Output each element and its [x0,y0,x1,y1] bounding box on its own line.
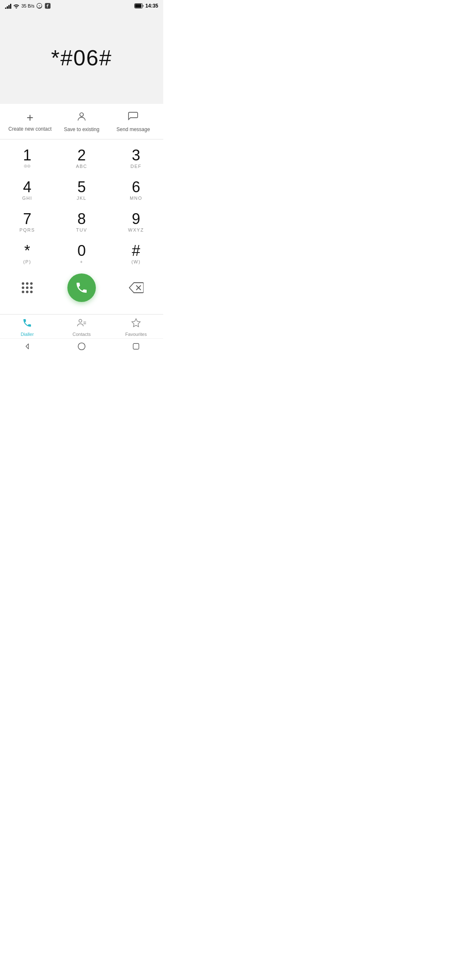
key-7[interactable]: 7 PQRS [0,206,54,238]
save-to-existing-button[interactable]: Save to existing [56,111,107,132]
message-bubble-icon [128,111,139,124]
keypad: 1 ◎◎ 2 ABC 3 DEF 4 GHI 5 JKL 6 MNO 7 PQR… [0,139,163,304]
key-6-sub: MNO [130,196,142,201]
key-1[interactable]: 1 ◎◎ [0,143,54,175]
key-2-main: 2 [77,148,86,163]
dialler-nav-icon [22,318,32,330]
key-3[interactable]: 3 DEF [109,143,163,175]
recents-square-icon [132,343,140,350]
key-0-main: 0 [77,243,86,258]
nav-bar: Dialler Contacts Favourites [0,314,163,338]
key-8[interactable]: 8 TUV [54,206,109,238]
key-2[interactable]: 2 ABC [54,143,109,175]
key-4[interactable]: 4 GHI [0,175,54,206]
call-button[interactable] [67,273,96,302]
key-5[interactable]: 5 JKL [54,175,109,206]
home-circle-icon [77,342,86,351]
nav-item-favourites[interactable]: Favourites [109,318,163,337]
call-button-wrap [54,273,109,302]
bottom-row [0,270,163,304]
favourites-nav-label: Favourites [125,332,146,337]
key-8-sub: TUV [76,227,87,233]
svg-point-4 [80,113,84,116]
nav-home-button[interactable] [69,340,94,352]
backspace-icon [128,282,144,294]
key-7-main: 7 [23,211,31,227]
key-hash-main: # [132,243,140,258]
key-hash[interactable]: # (W) [109,238,163,270]
signal-icon [5,3,11,9]
key-8-main: 8 [77,211,86,227]
wifi-icon [13,3,20,8]
svg-marker-9 [26,344,28,349]
key-6[interactable]: 6 MNO [109,175,163,206]
svg-rect-3 [135,4,142,8]
messenger-icon [36,3,43,9]
svg-rect-11 [134,343,139,349]
delete-button[interactable] [109,278,163,298]
dialpad-toggle-button[interactable] [0,278,54,297]
nav-back-button[interactable] [15,341,39,352]
send-message-label: Send message [116,126,150,132]
create-new-contact-label: Create new contact [8,126,51,132]
contacts-nav-label: Contacts [72,332,90,337]
keypad-grid: 1 ◎◎ 2 ABC 3 DEF 4 GHI 5 JKL 6 MNO 7 PQR… [0,143,163,270]
key-hash-sub: (W) [131,259,141,265]
key-3-sub: DEF [131,164,142,170]
key-0-sub: + [80,259,83,265]
status-right: 14:35 [134,3,158,9]
key-3-main: 3 [132,148,140,163]
dialed-number: *#06# [51,45,112,70]
nav-recents-button[interactable] [124,341,148,352]
status-bar: 35 B/s 14:35 [0,0,163,12]
key-2-sub: ABC [76,164,87,170]
phone-call-icon [75,281,88,294]
key-1-main: 1 [23,148,31,163]
back-triangle-icon [23,343,31,350]
key-5-sub: JKL [77,196,86,201]
key-star-sub: (P) [23,259,31,265]
dial-display: *#06# [0,12,163,104]
favourites-nav-icon [131,318,141,330]
contacts-nav-icon [77,318,87,330]
key-6-main: 6 [132,180,140,195]
nav-item-contacts[interactable]: Contacts [54,318,109,337]
time: 14:35 [145,3,158,9]
key-star-main: * [24,243,30,258]
dialpad-dots-icon [22,282,33,293]
svg-point-10 [78,343,85,350]
dialler-nav-label: Dialler [21,332,33,337]
save-to-existing-label: Save to existing [64,126,100,132]
status-left: 35 B/s [5,3,51,9]
key-star[interactable]: * (P) [0,238,54,270]
battery-icon [134,3,144,8]
svg-marker-8 [132,319,140,327]
key-9-main: 9 [132,211,140,227]
key-0[interactable]: 0 + [54,238,109,270]
network-speed: 35 B/s [21,3,34,8]
nav-item-dialler[interactable]: Dialler [0,318,54,337]
person-icon [76,111,87,124]
key-5-main: 5 [77,180,86,195]
key-1-sub: ◎◎ [24,164,31,170]
plus-icon: + [26,112,33,124]
key-9[interactable]: 9 WXYZ [109,206,163,238]
svg-point-7 [79,320,82,322]
send-message-button[interactable]: Send message [108,111,159,132]
facebook-icon [44,3,51,9]
action-row: + Create new contact Save to existing Se… [0,104,163,139]
key-4-main: 4 [23,180,31,195]
key-9-sub: WXYZ [128,227,144,233]
key-4-sub: GHI [22,196,32,201]
system-nav-bar [0,338,163,353]
create-new-contact-button[interactable]: + Create new contact [4,112,56,132]
key-7-sub: PQRS [19,227,35,233]
